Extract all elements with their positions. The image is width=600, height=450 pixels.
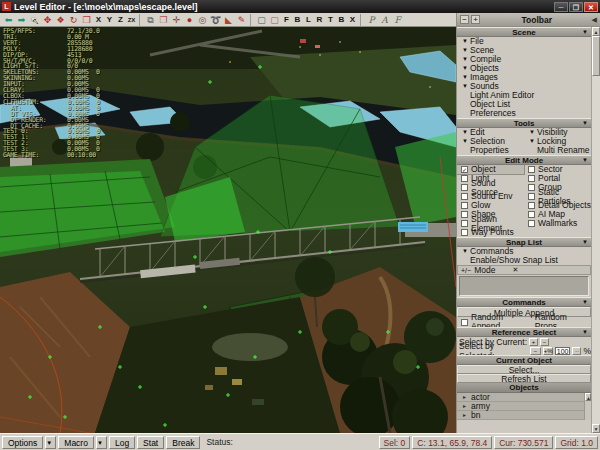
view-bottom-button[interactable]: B [336, 14, 347, 26]
menu-item[interactable]: Properties [457, 146, 524, 155]
pivot-tool-icon[interactable]: ❖ [54, 14, 67, 26]
scroll-thumb[interactable] [592, 36, 600, 76]
section-scene-header[interactable]: Scene▼ [457, 27, 591, 37]
spinner-icon[interactable]: ·· [572, 347, 581, 355]
ref-plus-button[interactable]: + [529, 338, 538, 346]
clear-snap-icon[interactable]: ✕ [512, 266, 518, 274]
view-axon-button[interactable]: X [347, 14, 358, 26]
paint-tool-icon[interactable]: ✎ [235, 14, 248, 26]
checkbox[interactable] [461, 202, 468, 209]
section-edit-mode-header[interactable]: Edit Mode▼ [457, 155, 591, 165]
perspective-toggle-icon[interactable]: P [365, 14, 378, 26]
checkbox[interactable] [461, 211, 468, 218]
percent-input[interactable]: 100 [555, 347, 570, 355]
section-snap-list-header[interactable]: Snap List▼ [457, 237, 591, 247]
wedge-tool-icon[interactable]: ◣ [222, 14, 235, 26]
chevron-down-icon[interactable]: ▼ [582, 28, 588, 37]
checkbox[interactable] [528, 184, 535, 191]
minus-percent-button[interactable]: −% [530, 347, 540, 355]
separator[interactable] [139, 14, 142, 26]
lasso-tool-icon[interactable]: ➰ [209, 14, 222, 26]
checkbox[interactable] [461, 229, 468, 236]
options-button[interactable]: Options [2, 436, 43, 449]
log-button[interactable]: Log [109, 436, 135, 449]
options-dropdown-icon[interactable]: ▼ [45, 436, 56, 449]
enable-snap-list-item[interactable]: Enable/Show Snap List [457, 256, 591, 265]
checkbox[interactable] [528, 211, 535, 218]
clone-icon[interactable]: ❐ [157, 14, 170, 26]
axis-z-button[interactable]: Z [115, 14, 126, 26]
scale-tool-icon[interactable]: ❒ [80, 14, 93, 26]
duplicate-icon[interactable]: ⧉ [144, 14, 157, 26]
nav-back-icon[interactable]: ⬅ [2, 14, 15, 26]
edit-mode-option[interactable]: ✓ Object [457, 165, 524, 174]
collapse-button[interactable]: − [460, 15, 469, 24]
edit-mode-option[interactable]: Wallmarks [524, 219, 591, 228]
separator[interactable] [250, 14, 253, 26]
expand-button[interactable]: + [471, 15, 480, 24]
menu-item[interactable]: Multi Rename [524, 146, 591, 155]
expand-arrow-icon[interactable]: ▸ [463, 393, 471, 401]
minimize-button[interactable]: ─ [554, 2, 568, 12]
chevron-down-icon[interactable]: ▼ [582, 298, 588, 307]
view-back-button[interactable]: B [292, 14, 303, 26]
checkbox[interactable] [528, 220, 535, 227]
expand-arrow-icon[interactable]: ▸ [463, 411, 471, 419]
nav-forward-icon[interactable]: ➡ [15, 14, 28, 26]
filter-toggle-icon[interactable]: F [391, 14, 404, 26]
checkbox[interactable] [528, 202, 535, 209]
object-tree-item[interactable]: ▸ bn [457, 411, 584, 420]
plus-minus-icon[interactable]: +/− [461, 267, 471, 274]
checkbox[interactable] [461, 184, 468, 191]
break-button[interactable]: Break [166, 436, 200, 449]
3d-viewport[interactable]: FPS/RFPS:72.1/30.0 TRI:0.00 M VERT:28558… [0, 27, 456, 433]
add-cross-icon[interactable]: ✛ [170, 14, 183, 26]
separator[interactable] [360, 14, 363, 26]
restore-button[interactable]: ❐ [569, 2, 583, 12]
axis-x-button[interactable]: X [93, 14, 104, 26]
ring-tool-icon[interactable]: ◎ [196, 14, 209, 26]
chevron-down-icon[interactable]: ▼ [582, 238, 588, 247]
section-reference-select-header[interactable]: Reference Select▼ [457, 327, 591, 337]
view-left-button[interactable]: L [303, 14, 314, 26]
checkbox[interactable] [461, 193, 468, 200]
axis-y-button[interactable]: Y [104, 14, 115, 26]
move-tool-icon[interactable]: ✥ [41, 14, 54, 26]
select-cursor-icon[interactable]: ↖ [28, 14, 41, 26]
ref-minus-button[interactable]: − [540, 338, 549, 346]
section-tools-header[interactable]: Tools▼ [457, 118, 591, 128]
view-front-button[interactable]: F [281, 14, 292, 26]
view-top-button[interactable]: T [325, 14, 336, 26]
panel-collapse-arrow-icon[interactable]: ◀ [592, 16, 597, 24]
animate-toggle-icon[interactable]: A [378, 14, 391, 26]
chevron-down-icon[interactable]: ▼ [582, 156, 588, 165]
plus-percent-button[interactable]: +% [543, 347, 553, 355]
section-current-object-header[interactable]: Current Object [457, 355, 591, 365]
rotate-tool-icon[interactable]: ↻ [67, 14, 80, 26]
scroll-down-icon[interactable]: ▼ [592, 424, 600, 433]
view-right-button[interactable]: R [314, 14, 325, 26]
scroll-up-icon[interactable]: ▲ [592, 27, 600, 36]
chevron-down-icon[interactable]: ▼ [582, 119, 588, 128]
macro-button[interactable]: Macro [58, 436, 94, 449]
checkbox[interactable] [528, 166, 535, 173]
macro-dropdown-icon[interactable]: ▼ [96, 436, 107, 449]
checkbox[interactable] [528, 193, 535, 200]
sphere-tool-icon[interactable]: ● [183, 14, 196, 26]
objects-scrollbar[interactable]: ▲ [584, 393, 591, 420]
close-button[interactable]: ✕ [584, 2, 598, 12]
section-commands-header[interactable]: Commands▼ [457, 297, 591, 307]
sel-box-add-icon[interactable]: ▢ [268, 14, 281, 26]
snap-list-box[interactable] [459, 276, 589, 296]
random-append-checkbox[interactable] [461, 319, 468, 326]
checkbox[interactable] [461, 175, 468, 182]
select-object-button[interactable]: Select... [457, 365, 591, 374]
chevron-down-icon[interactable]: ▼ [582, 328, 588, 337]
menu-item[interactable]: Preferences [457, 109, 591, 118]
panel-scrollbar[interactable]: ▲ ▼ [591, 27, 600, 433]
axis-zx-button[interactable]: ZX [126, 14, 137, 26]
sel-box-icon[interactable]: ▢ [255, 14, 268, 26]
checkbox[interactable]: ✓ [461, 166, 468, 173]
expand-arrow-icon[interactable]: ▸ [463, 402, 471, 410]
stat-button[interactable]: Stat [137, 436, 164, 449]
